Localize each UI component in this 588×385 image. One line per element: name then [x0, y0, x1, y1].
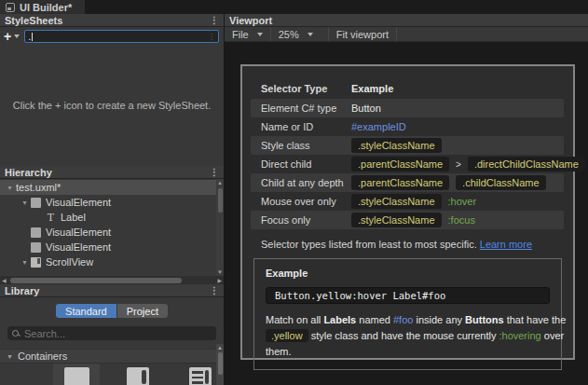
pseudo-state-text: :hover [448, 196, 477, 207]
class-name-pill: .yellow [266, 329, 308, 342]
selector-example-cell: .parentClassName>.directChildClassName [351, 157, 585, 172]
selector-type-cell: Style class [261, 140, 351, 151]
learn-more-link[interactable]: Learn more [480, 239, 532, 250]
search-icon [12, 330, 20, 337]
pseudo-state-text: :focus [448, 214, 475, 226]
text-cursor [32, 33, 33, 41]
pseudo-state-text: :hovering [499, 330, 540, 341]
scroll-right-icon[interactable]: ▶ [217, 277, 222, 283]
kebab-menu-icon[interactable]: ⋮ [210, 286, 219, 296]
fit-viewport-button[interactable]: Fit viewport [329, 27, 397, 41]
scroll-up-icon[interactable]: ▲ [217, 345, 223, 351]
zoom-level-dropdown[interactable]: 25% [271, 27, 329, 41]
example-text: named [356, 314, 393, 325]
selector-example-cell: #exampleID [351, 121, 406, 132]
hierarchy-vertical-scrollbar[interactable]: ▲ ▼ [216, 179, 224, 276]
library-header: Library ⋮ [0, 284, 224, 297]
example-text: inside any [413, 314, 465, 325]
selector-row-child-at-any-depth: Child at any depth.parentClassName.child… [251, 173, 564, 192]
selector-type-cell: Child at any depth [261, 177, 351, 188]
library-search-field[interactable] [7, 326, 216, 340]
add-dropdown-caret-icon[interactable] [14, 34, 20, 38]
example-text: style class and have the mouse currently [308, 330, 499, 341]
library-item-scrollview[interactable] [115, 364, 161, 385]
selector-example-cell: .styleClassName [351, 138, 442, 153]
tab-project[interactable]: Project [117, 304, 168, 318]
kebab-menu-icon[interactable]: ⋮ [210, 168, 219, 177]
bold-text: Buttons [465, 314, 504, 325]
selector-row-name-or-id: Name or ID#exampleID [251, 117, 564, 136]
file-menu-button[interactable]: File [225, 27, 271, 41]
selector-example-cell: Button [351, 103, 381, 114]
viewport-toolbar: File 25% Fit viewport [225, 27, 588, 42]
search-input[interactable] [24, 328, 212, 339]
chevron-down-icon[interactable]: ▼ [7, 353, 13, 360]
ui-builder-icon [6, 3, 15, 12]
example-code-field: Button.yellow:hover Label#foo [266, 287, 550, 304]
expand-arrow-icon[interactable]: ▼ [19, 199, 31, 206]
tree-item-label: VisualElement [46, 241, 111, 253]
add-stylesheet-button[interactable]: + [4, 31, 11, 43]
example-text: Button [351, 103, 381, 114]
label-icon: T [46, 213, 56, 223]
tab-label: UI Builder* [20, 2, 72, 13]
scrollbar-thumb[interactable] [10, 278, 182, 283]
stylesheets-panel: StyleSheets ⋮ + . ⋮ Click the + icon to … [0, 14, 224, 166]
selector-type-cell: Direct child [261, 158, 351, 170]
hierarchy-title: Hierarchy [5, 167, 52, 178]
class-name-pill: .parentClassName [351, 157, 449, 172]
library-tabs: StandardProject [0, 304, 224, 318]
selector-cheatsheet-card: Selector Type Example Element C# typeBut… [240, 64, 575, 360]
class-name-pill: .styleClassName [351, 194, 442, 209]
tree-item-scrollview[interactable]: ▼ScrollView [0, 254, 216, 269]
fit-viewport-label: Fit viewport [336, 29, 389, 40]
viewport-column: Viewport File 25% Fit viewport Selector … [225, 14, 588, 385]
selector-example-cell: .styleClassName:focus [351, 213, 475, 227]
tree-item-label: Label [61, 212, 86, 223]
example-box: Example Button.yellow:hover Label#foo Ma… [253, 258, 562, 370]
kebab-menu-icon[interactable]: ⋮ [210, 16, 219, 25]
scrollbar-thumb[interactable] [218, 352, 223, 375]
scrollbar-thumb[interactable] [218, 188, 223, 213]
tree-item-visualelement[interactable]: VisualElement [0, 240, 216, 254]
selector-table-rows: Element C# typeButtonName or ID#exampleI… [251, 99, 564, 229]
scroll-down-icon[interactable]: ▼ [217, 269, 223, 275]
selector-example-cell: .parentClassName.childClassName [351, 175, 546, 190]
selector-row-direct-child: Direct child.parentClassName>.directChil… [251, 155, 564, 173]
library-vertical-scrollbar[interactable]: ▲ [216, 344, 224, 385]
specificity-note: Selector types listed from least to most… [261, 239, 564, 250]
viewport-header: Viewport [225, 14, 588, 27]
expand-arrow-icon[interactable]: ▼ [4, 185, 16, 191]
tree-item-label: ScrollView [46, 256, 93, 268]
selector-example-cell: .styleClassName:hover [351, 194, 476, 209]
selector-input-value: . [28, 31, 31, 42]
selector-table-header: Selector Type Example [251, 78, 564, 99]
library-title: Library [5, 285, 39, 296]
scroll-left-icon[interactable]: ◀ [2, 277, 7, 283]
tree-item-test-uxml[interactable]: ▼test.uxml* [0, 180, 216, 195]
tab-standard[interactable]: Standard [56, 304, 116, 318]
input-menu-dots-icon[interactable]: ⋮ [208, 33, 215, 41]
viewport-title: Viewport [229, 15, 272, 26]
tab-ui-builder[interactable]: UI Builder* [0, 0, 85, 14]
bold-text: Labels [323, 314, 356, 325]
section-containers[interactable]: ▼ Containers [0, 349, 224, 364]
stylesheet-selector-input[interactable]: . ⋮ [24, 30, 219, 43]
library-items [0, 364, 224, 385]
library-item-visualelement[interactable] [53, 364, 100, 385]
expand-arrow-icon[interactable]: ▼ [19, 259, 31, 266]
chevron-down-icon [308, 33, 313, 36]
scroll-view-icon [127, 367, 149, 385]
scroll-up-icon[interactable]: ▲ [217, 180, 223, 186]
hierarchy-tree: ▲ ▼ ▼test.uxml*▼VisualElementTLabelVisua… [0, 179, 224, 276]
tree-item-label: VisualElement [46, 227, 111, 238]
selector-row-element-c-type: Element C# typeButton [251, 99, 564, 117]
tree-item-visualelement[interactable]: ▼VisualElement [0, 195, 216, 210]
tree-item-visualelement[interactable]: VisualElement [0, 225, 216, 240]
example-title: Example [266, 268, 550, 279]
hierarchy-horizontal-scrollbar[interactable]: ◀ ▶ [0, 276, 224, 284]
tree-item-label[interactable]: TLabel [0, 210, 216, 225]
selector-type-cell: Name or ID [261, 121, 351, 132]
window-titlebar: UI Builder* [0, 0, 588, 14]
visual-element-icon [31, 242, 41, 253]
